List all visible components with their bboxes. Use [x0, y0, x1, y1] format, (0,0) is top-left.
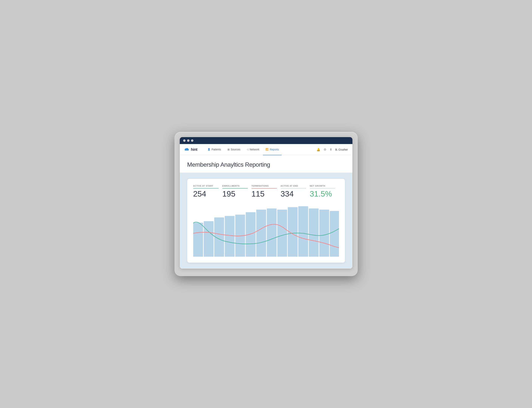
traffic-light-2: [187, 139, 189, 142]
stat-terminations-label: TERMINATIONS: [251, 185, 277, 188]
svg-rect-13: [330, 211, 339, 257]
nav-sources-label: Sources: [231, 148, 240, 151]
stat-active-start-label: ACTIVE AT START: [193, 185, 219, 188]
logo-icon: [184, 148, 189, 152]
stat-active-start: ACTIVE AT START 254: [193, 185, 222, 198]
sources-icon: ▦: [227, 148, 230, 151]
user-name: B. Crusher: [335, 148, 348, 151]
stat-enrollments-value: 195: [222, 190, 248, 198]
bell-icon[interactable]: 🔔: [317, 148, 320, 151]
device-frame: hint 👤 Patients ▦ Sources ◁ Network 📶 Re: [174, 132, 358, 276]
stat-terminations: TERMINATIONS 115: [251, 185, 281, 198]
nav-bar: hint 👤 Patients ▦ Sources ◁ Network 📶 Re: [180, 144, 352, 155]
chart-card: ACTIVE AT START 254 ENROLLMENTS 195 TERM…: [187, 179, 345, 263]
svg-rect-11: [309, 208, 319, 257]
svg-rect-6: [256, 210, 266, 257]
nav-reports[interactable]: 📶 Reports: [263, 144, 281, 155]
stat-active-end: ACTIVE AT END 334: [281, 185, 310, 198]
svg-rect-0: [193, 223, 203, 257]
reports-icon: 📶: [266, 148, 268, 151]
svg-rect-12: [319, 210, 329, 257]
svg-rect-3: [225, 216, 234, 257]
stat-active-start-value: 254: [193, 190, 219, 198]
chart-container: [193, 204, 339, 257]
chart-svg: [193, 204, 339, 257]
title-bar: [180, 137, 352, 144]
stat-net-growth: NET GROWTH 31.5%: [310, 185, 339, 198]
nav-links: 👤 Patients ▦ Sources ◁ Network 📶 Reports: [205, 144, 316, 155]
svg-rect-10: [298, 206, 308, 257]
traffic-light-3: [191, 139, 193, 142]
svg-rect-8: [277, 210, 287, 257]
export-icon[interactable]: ⬆: [330, 148, 332, 151]
stat-net-growth-value: 31.5%: [310, 190, 335, 198]
network-icon: ◁: [247, 148, 249, 151]
traffic-light-1: [183, 139, 186, 142]
nav-network-label: Network: [250, 148, 259, 151]
stat-active-end-label: ACTIVE AT END: [281, 185, 306, 188]
nav-right: 🔔 ⚙ ⬆ B. Crusher: [317, 148, 348, 151]
browser-window: hint 👤 Patients ▦ Sources ◁ Network 📶 Re: [180, 137, 352, 268]
nav-patients[interactable]: 👤 Patients: [205, 144, 224, 155]
svg-rect-7: [267, 208, 276, 257]
stat-terminations-value: 115: [251, 190, 277, 198]
svg-rect-1: [204, 221, 214, 257]
nav-sources[interactable]: ▦ Sources: [225, 144, 243, 155]
nav-network[interactable]: ◁ Network: [244, 144, 262, 155]
nav-patients-label: Patients: [212, 148, 221, 151]
logo-text: hint: [191, 147, 197, 152]
logo-area: hint: [184, 147, 197, 152]
page-title: Membership Anayltics Reporting: [187, 161, 345, 168]
stat-enrollments: ENROLLMENTS 195: [222, 185, 251, 198]
stat-enrollments-label: ENROLLMENTS: [222, 185, 248, 188]
stat-net-growth-label: NET GROWTH: [310, 185, 335, 188]
patients-icon: 👤: [207, 148, 210, 151]
page-header: Membership Anayltics Reporting: [180, 155, 352, 173]
settings-icon[interactable]: ⚙: [324, 148, 326, 151]
stat-active-end-value: 334: [281, 190, 306, 198]
content-area: ACTIVE AT START 254 ENROLLMENTS 195 TERM…: [180, 173, 352, 268]
nav-reports-label: Reports: [270, 148, 279, 151]
svg-rect-5: [246, 212, 256, 257]
stats-row: ACTIVE AT START 254 ENROLLMENTS 195 TERM…: [193, 185, 339, 198]
